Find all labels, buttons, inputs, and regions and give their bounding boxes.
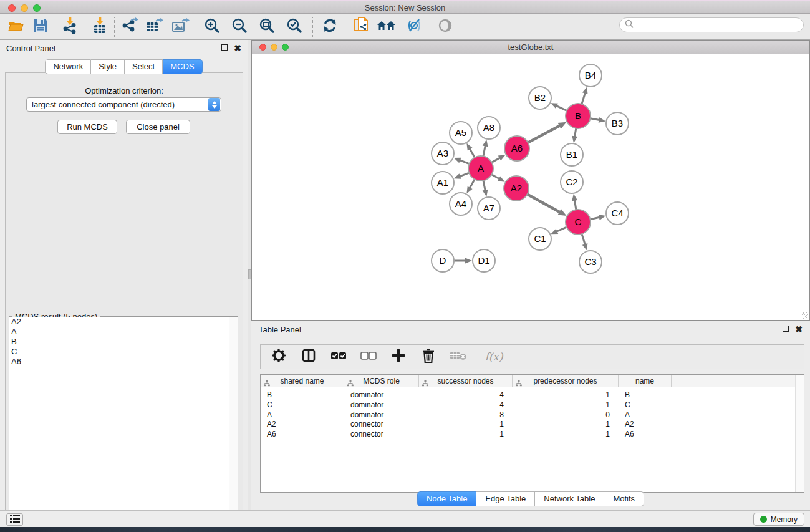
graph-node-C[interactable]: C [566, 210, 591, 235]
graph-node-A6[interactable]: A6 [504, 136, 529, 161]
home-view-button[interactable] [376, 16, 397, 37]
edge-A6-B[interactable] [528, 125, 561, 143]
tab-edge-table[interactable]: Edge Table [476, 491, 535, 506]
mcds-result-scrollbar[interactable] [229, 317, 238, 531]
table-settings-button[interactable] [271, 348, 287, 365]
edge-B-B2[interactable] [556, 105, 567, 110]
mcds-result-item[interactable]: A6 [9, 357, 229, 367]
graph-node-B3[interactable]: B3 [606, 112, 629, 135]
edge-A-A4[interactable] [470, 179, 475, 188]
edge-B-B1[interactable] [574, 128, 576, 138]
delete-column-button[interactable] [420, 348, 436, 365]
task-history-button[interactable] [6, 513, 23, 526]
edge-A-A6[interactable] [492, 157, 501, 162]
edge-C-C3[interactable] [582, 234, 586, 245]
column-header-shared-name[interactable]: shared name [261, 375, 344, 387]
graph-node-B2[interactable]: B2 [529, 87, 551, 109]
graph-node-C1[interactable]: C1 [529, 228, 551, 250]
resize-corner-handle[interactable] [802, 312, 808, 319]
graph-node-B1[interactable]: B1 [561, 143, 583, 166]
float-panel-icon[interactable] [221, 44, 228, 52]
edge-A-A2[interactable] [491, 175, 499, 180]
table-row[interactable]: Cdominator41C [261, 400, 804, 410]
table-row[interactable]: A6connector11A6 [261, 429, 804, 439]
export-table-button[interactable] [143, 16, 165, 37]
edge-A-A8[interactable] [483, 145, 486, 156]
graph-node-D1[interactable]: D1 [473, 249, 495, 272]
optimization-criterion-select[interactable]: largest connected component (directed) [26, 97, 221, 112]
zoom-window-button[interactable] [33, 4, 41, 12]
export-image-button[interactable] [170, 16, 191, 37]
close-panel-button[interactable]: Close panel [126, 120, 190, 134]
graph-node-A1[interactable]: A1 [432, 172, 454, 194]
column-header-name[interactable]: name [619, 375, 672, 387]
graph-node-C2[interactable]: C2 [561, 171, 583, 193]
tab-motifs[interactable]: Motifs [604, 491, 644, 506]
column-header-MCDS-role[interactable]: MCDS role [344, 375, 419, 387]
close-panel-icon[interactable]: ✖ [234, 44, 241, 52]
network-snapshot-button[interactable] [351, 16, 372, 37]
edge-C-C2[interactable] [574, 200, 576, 210]
graph-node-A8[interactable]: A8 [478, 117, 500, 139]
column-header-successor-nodes[interactable]: successor nodes [419, 375, 513, 387]
table-row[interactable]: A2connector11A2 [261, 419, 804, 429]
close-table-panel-icon[interactable]: ✖ [795, 326, 803, 333]
edge-A-A7[interactable] [483, 181, 485, 191]
mcds-result-list[interactable]: A2ABCA6 [9, 317, 229, 531]
show-all-button[interactable] [435, 16, 456, 37]
zoom-selected-button[interactable] [284, 16, 305, 37]
deselect-all-button[interactable] [360, 348, 377, 365]
graph-node-B4[interactable]: B4 [579, 64, 602, 87]
edge-A-A5[interactable] [470, 148, 475, 157]
zoom-in-button[interactable] [201, 16, 223, 37]
edge-A2-C[interactable] [528, 195, 561, 213]
edge-B-B4[interactable] [582, 92, 586, 104]
show-columns-button[interactable] [301, 348, 317, 365]
network-close-button[interactable] [259, 44, 266, 51]
mcds-result-item[interactable]: A [9, 327, 229, 337]
edge-C-C1[interactable] [556, 227, 567, 232]
open-session-button[interactable] [5, 16, 26, 37]
import-table-button[interactable] [89, 16, 110, 37]
graph-node-D[interactable]: D [432, 249, 454, 272]
node-table[interactable]: shared nameMCDS rolesuccessor nodesprede… [260, 374, 804, 493]
network-graph-canvas[interactable]: AA1A2A3A4A5A6A7A8BB1B2B3B4CC1C2C3C4DD1 [253, 55, 809, 319]
network-zoom-button[interactable] [282, 44, 289, 51]
save-session-button[interactable] [30, 16, 51, 37]
mcds-result-item[interactable]: C [9, 347, 229, 357]
zoom-out-button[interactable] [229, 16, 250, 37]
column-header-predecessor-nodes[interactable]: predecessor nodes [513, 375, 619, 387]
edge-A-A1[interactable] [459, 173, 469, 177]
close-window-button[interactable] [8, 4, 16, 12]
edge-C-C4[interactable] [591, 217, 600, 220]
mcds-result-item[interactable]: B [9, 337, 229, 347]
table-scrollbar[interactable] [795, 375, 804, 492]
graph-node-C4[interactable]: C4 [606, 202, 629, 225]
export-network-button[interactable] [118, 16, 140, 37]
zoom-fit-button[interactable] [256, 16, 277, 37]
search-field[interactable] [619, 17, 804, 32]
graph-node-B[interactable]: B [566, 104, 591, 128]
mcds-result-item[interactable]: A2 [9, 317, 229, 327]
minimize-window-button[interactable] [21, 4, 28, 12]
select-all-button[interactable] [330, 348, 347, 365]
graph-node-A3[interactable]: A3 [432, 142, 454, 165]
graph-node-A5[interactable]: A5 [450, 122, 472, 144]
edge-B-B3[interactable] [591, 118, 600, 120]
run-mcds-button[interactable]: Run MCDS [57, 120, 117, 134]
refresh-button[interactable] [319, 16, 340, 37]
graph-node-C3[interactable]: C3 [579, 251, 602, 273]
memory-button[interactable]: Memory [753, 513, 804, 526]
create-column-button[interactable] [390, 348, 407, 365]
search-input[interactable] [634, 19, 803, 31]
graph-node-A4[interactable]: A4 [450, 193, 472, 215]
edge-A-A3[interactable] [459, 160, 469, 163]
tab-node-table[interactable]: Node Table [417, 491, 477, 506]
network-minimize-button[interactable] [271, 44, 277, 51]
graph-node-A2[interactable]: A2 [504, 176, 529, 201]
graph-node-A7[interactable]: A7 [478, 197, 500, 220]
table-row[interactable]: Bdominator41B [261, 390, 804, 400]
hide-selected-button[interactable] [405, 16, 426, 37]
float-table-panel-icon[interactable] [783, 326, 789, 333]
graph-node-A[interactable]: A [468, 156, 493, 181]
